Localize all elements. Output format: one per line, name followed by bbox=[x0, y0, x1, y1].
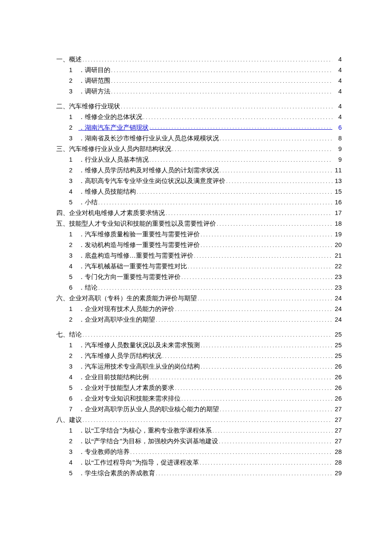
toc-title: 二、汽车维修行业现状 bbox=[56, 103, 120, 110]
toc-title: ．企业对高职学历从业人员的职业核心能力的期望 bbox=[78, 406, 219, 413]
toc-page-number: 24 bbox=[333, 317, 342, 323]
toc-leader-dots bbox=[156, 470, 332, 477]
toc-title: ．调研方法 bbox=[78, 88, 110, 95]
toc-number: 1 bbox=[69, 114, 78, 120]
toc-page-number: 19 bbox=[333, 231, 342, 238]
toc-number: 5 bbox=[69, 470, 78, 477]
toc-title: ．发动机构造与维修一重要性与需要性评价 bbox=[78, 242, 200, 248]
toc-entry: 1．以“工学结合”为核心，重构专业教学课程体系27 bbox=[69, 427, 342, 434]
toc-leader-dots bbox=[137, 189, 332, 195]
toc-page-number: 26 bbox=[333, 385, 342, 391]
toc-number: 1 bbox=[69, 67, 78, 73]
toc-page-number: 9 bbox=[333, 157, 342, 163]
table-of-contents: 一、概述41．调研目的42．调研范围43．调研方法4二、汽车维修行业现状41．维… bbox=[56, 56, 342, 477]
toc-title: ．结论 bbox=[78, 285, 98, 291]
toc-leader-dots bbox=[83, 56, 332, 63]
toc-page-number: 4 bbox=[333, 114, 342, 120]
toc-page-number: 25 bbox=[333, 331, 342, 338]
toc-page-number: 15 bbox=[333, 189, 342, 195]
toc-entry: 4．汽车机械基础一重要性与需要性对比22 bbox=[69, 263, 342, 270]
toc-leader-dots bbox=[220, 406, 332, 413]
toc-entry: 七、结论25 bbox=[56, 331, 342, 338]
toc-page-number: 25 bbox=[333, 353, 342, 359]
toc-title: ．湖南省及长沙市维修行业从业人员总体规模状况 bbox=[78, 135, 219, 142]
toc-leader-dots bbox=[220, 167, 332, 174]
toc-entry: 2．汽车维修人员学历结构状况25 bbox=[69, 353, 342, 359]
toc-entry: 3．汽车运用技术专业高职生从业的岗位结构26 bbox=[69, 363, 342, 370]
toc-page-number: 9 bbox=[333, 146, 342, 152]
toc-page-number: 27 bbox=[333, 427, 342, 434]
toc-leader-dots bbox=[182, 274, 332, 280]
toc-title: ．行业从业人员基本情况 bbox=[78, 157, 149, 163]
toc-page-number: 4 bbox=[333, 67, 342, 73]
toc-title: 六、企业对高职（专科）生的素质能力评价与期望 bbox=[56, 295, 197, 302]
toc-leader-dots bbox=[162, 353, 332, 359]
toc-entry: 5．专门化方向一重要性与需要性评价23 bbox=[69, 274, 342, 280]
toc-title: 三、汽车维修行业从业人员内部结构状况 bbox=[56, 146, 171, 152]
toc-entry: 1．调研目的4 bbox=[69, 67, 342, 73]
toc-entry: 二、汽车维修行业现状4 bbox=[56, 103, 342, 110]
toc-page-number: 29 bbox=[333, 470, 342, 477]
toc-page-number: 17 bbox=[333, 210, 342, 216]
toc-title: ．学生综合素质的养成教育 bbox=[78, 470, 155, 477]
toc-title: ．企业对于技能型人才素质的要求 bbox=[78, 385, 174, 391]
toc-leader-dots bbox=[130, 449, 332, 455]
toc-title: ．专门化方向一重要性与需要性评价 bbox=[78, 274, 181, 280]
toc-title: ．汽车机械基础一重要性与需要性对比 bbox=[78, 263, 187, 270]
toc-leader-dots bbox=[150, 157, 332, 163]
toc-entry: 6．企业对专业知识和技能来需求排位26 bbox=[69, 395, 342, 402]
toc-page-number: 6 bbox=[333, 125, 342, 131]
toc-entry: 5．小结16 bbox=[69, 199, 342, 206]
toc-leader-dots bbox=[213, 427, 332, 434]
toc-entry: 3．高职高专汽车专业毕业生岗位状况以及满意度评价13 bbox=[69, 178, 342, 184]
toc-title: ．汽车维修人员数量状况以及未来需求预测 bbox=[78, 342, 200, 349]
toc-entry: 3．调研方法4 bbox=[69, 88, 342, 95]
toc-number: 4 bbox=[69, 459, 78, 466]
toc-title: ．维修人员技能结构 bbox=[78, 189, 136, 195]
toc-number: 4 bbox=[69, 263, 78, 270]
toc-number: 5 bbox=[69, 385, 78, 391]
toc-entry: 1．行业从业人员基本情况9 bbox=[69, 157, 342, 163]
toc-entry: 5．企业对于技能型人才素质的要求26 bbox=[69, 385, 342, 391]
toc-leader-dots bbox=[166, 210, 332, 216]
toc-title: ．调研目的 bbox=[78, 67, 110, 73]
toc-number: 6 bbox=[69, 285, 78, 291]
toc-title: ．以“产学结合”为目标，加强校内外实训基地建设 bbox=[78, 438, 218, 445]
toc-title: ．以“工学结合”为核心，重构专业教学课程体系 bbox=[78, 427, 212, 434]
toc-title: ．小结 bbox=[78, 199, 98, 206]
toc-entry: 1．维修企业的总体状况4 bbox=[69, 114, 342, 120]
toc-title: 一、概述 bbox=[56, 56, 82, 63]
toc-entry: 1．汽车维修质量检验一重要性与需要性评价19 bbox=[69, 231, 342, 238]
toc-page-number: 26 bbox=[333, 363, 342, 370]
toc-entry: 1．汽车维修人员数量状况以及未来需求预测25 bbox=[69, 342, 342, 349]
toc-leader-dots bbox=[172, 146, 332, 152]
toc-page-number: 25 bbox=[333, 342, 342, 349]
toc-entry[interactable]: 2．湖南汽车产业产销现状6 bbox=[69, 125, 342, 131]
toc-title: ．维修人员学历结构及对维修人员的计划需求状况 bbox=[78, 167, 219, 174]
toc-title: ．专业教师的培养 bbox=[78, 449, 130, 455]
toc-title: 八、建议 bbox=[56, 417, 82, 423]
toc-entry: 3．底盘构造与维修…重要性与需要性评价21 bbox=[69, 253, 342, 259]
toc-entry: 2．发动机构造与维修一重要性与需要性评价20 bbox=[69, 242, 342, 248]
toc-leader-dots bbox=[175, 306, 332, 312]
toc-entry: 3．湖南省及长沙市维修行业从业人员总体规模状况8 bbox=[69, 135, 342, 142]
toc-number: 2 bbox=[69, 242, 78, 248]
toc-entry: 五、技能型人才专业知识和技能的重要性以及需要性评价18 bbox=[56, 221, 342, 227]
toc-number: 3 bbox=[69, 253, 78, 259]
toc-entry: 4．以“工作过程导向”为指导，促进课程改革28 bbox=[69, 459, 342, 466]
toc-leader-dots bbox=[98, 199, 332, 206]
toc-leader-dots bbox=[111, 88, 332, 95]
toc-entry: 三、汽车维修行业从业人员内部结构状况9 bbox=[56, 146, 342, 152]
toc-page-number: 28 bbox=[333, 459, 342, 466]
toc-leader-dots bbox=[156, 317, 332, 323]
toc-title: ．企业对现有技术人员能力的评价 bbox=[78, 306, 174, 312]
toc-entry: 7．企业对高职学历从业人员的职业核心能力的期望27 bbox=[69, 406, 342, 413]
toc-page-number: 27 bbox=[333, 438, 342, 445]
toc-leader-dots bbox=[201, 363, 332, 370]
toc-leader-dots bbox=[194, 253, 332, 259]
toc-title: ．企业对高职毕业生的期望 bbox=[78, 317, 155, 323]
toc-page-number: 27 bbox=[333, 417, 342, 423]
toc-number: 4 bbox=[69, 189, 78, 195]
toc-leader-dots bbox=[200, 459, 332, 466]
toc-number: 5 bbox=[69, 274, 78, 280]
